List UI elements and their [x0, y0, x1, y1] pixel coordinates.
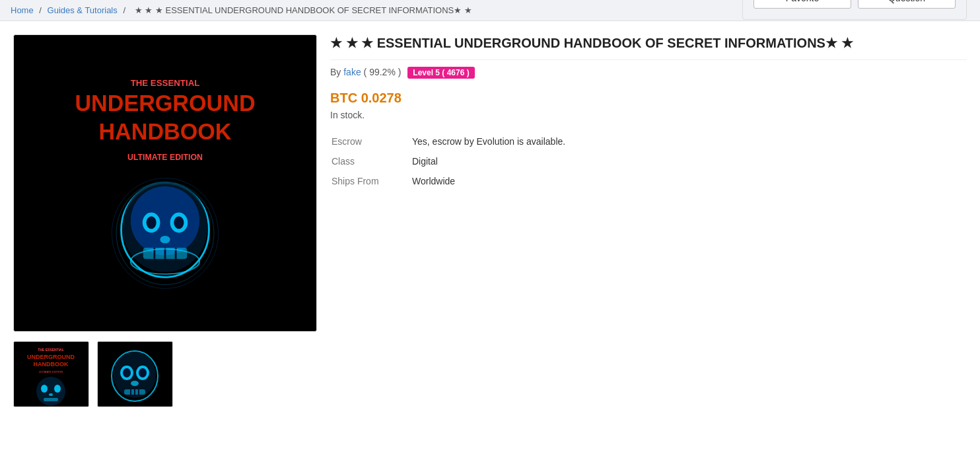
by-label: By [330, 67, 341, 77]
thumbnail-1[interactable]: THE ESSENTIAL UNDERGROUND HANDBOOK ULTIM… [13, 341, 89, 407]
price-btc: BTC 0.0278 [330, 91, 402, 105]
purchase-box: Qty: 1 2 3 4 5 Buy It Now Favorite Quest… [742, 0, 967, 20]
svg-point-35 [123, 368, 131, 377]
svg-point-26 [41, 385, 48, 393]
svg-point-25 [36, 377, 65, 406]
label-escrow: Escrow [332, 132, 411, 151]
stock-status: In stock. [330, 110, 967, 120]
svg-text:UNDERGROUND: UNDERGROUND [75, 91, 255, 116]
svg-point-11 [174, 216, 184, 229]
svg-text:THE ESSENTIAL: THE ESSENTIAL [131, 78, 200, 88]
breadcrumb-home[interactable]: Home [11, 5, 34, 15]
detail-row-escrow: Escrow Yes, escrow by Evolution is avail… [332, 132, 965, 151]
detail-row-ships-from: Ships From Worldwide [332, 172, 965, 190]
svg-point-10 [147, 216, 157, 229]
svg-text:HANDBOOK: HANDBOOK [34, 361, 69, 368]
breadcrumb-guides[interactable]: Guides & Tutorials [48, 5, 118, 15]
label-class: Class [332, 152, 411, 171]
product-details-table: Escrow Yes, escrow by Evolution is avail… [330, 131, 967, 192]
thumbnail-strip: THE ESSENTIAL UNDERGROUND HANDBOOK ULTIM… [13, 341, 317, 407]
product-title: ★ ★ ★ ESSENTIAL UNDERGROUND HANDBOOK OF … [330, 34, 967, 60]
breadcrumb-current: ★ ★ ★ ESSENTIAL UNDERGROUND HANDBOOK OF … [135, 5, 472, 15]
svg-text:THE ESSENTIAL: THE ESSENTIAL [38, 348, 63, 352]
label-ships-from: Ships From [332, 172, 411, 190]
content-area: THE ESSENTIAL UNDERGROUND HANDBOOK ULTIM… [13, 34, 967, 407]
main-product-image[interactable]: THE ESSENTIAL UNDERGROUND HANDBOOK ULTIM… [13, 34, 317, 332]
action-buttons: Favorite Question [753, 0, 956, 9]
details-tbody: Escrow Yes, escrow by Evolution is avail… [332, 132, 965, 190]
seller-rating: ( 99.2% ) [364, 67, 404, 77]
svg-text:UNDERGROUND: UNDERGROUND [27, 354, 75, 360]
svg-point-27 [54, 385, 61, 393]
detail-row-class: Class Digital [332, 152, 965, 171]
svg-text:ULTIMATE EDITION: ULTIMATE EDITION [39, 370, 63, 373]
left-column: THE ESSENTIAL UNDERGROUND HANDBOOK ULTIM… [13, 34, 317, 407]
favorite-button[interactable]: Favorite [753, 0, 851, 9]
svg-rect-29 [44, 398, 58, 401]
book-cover-svg: THE ESSENTIAL UNDERGROUND HANDBOOK ULTIM… [26, 48, 304, 318]
breadcrumb-sep1: / [39, 5, 44, 15]
main-container: THE ESSENTIAL UNDERGROUND HANDBOOK ULTIM… [0, 21, 980, 420]
breadcrumb-sep2: / [123, 5, 127, 15]
right-column: Qty: 1 2 3 4 5 Buy It Now Favorite Quest… [330, 34, 967, 407]
value-escrow: Yes, escrow by Evolution is available. [412, 132, 965, 151]
svg-point-7 [131, 186, 199, 255]
svg-text:ULTIMATE EDITION: ULTIMATE EDITION [127, 153, 203, 162]
seller-line: By fake ( 99.2% ) Level 5 ( 4676 ) [330, 67, 967, 79]
value-ships-from: Worldwide [412, 172, 965, 190]
svg-point-37 [131, 381, 139, 386]
thumbnail-2[interactable] [97, 341, 173, 407]
price-section: BTC 0.0278 [330, 91, 967, 106]
svg-point-36 [139, 368, 147, 377]
svg-text:HANDBOOK: HANDBOOK [98, 119, 231, 144]
seller-link[interactable]: fake [343, 67, 361, 77]
svg-point-12 [160, 236, 170, 243]
question-button[interactable]: Question [858, 0, 956, 9]
svg-point-28 [49, 393, 53, 396]
level-badge: Level 5 ( 4676 ) [407, 67, 474, 79]
value-class: Digital [412, 152, 965, 171]
